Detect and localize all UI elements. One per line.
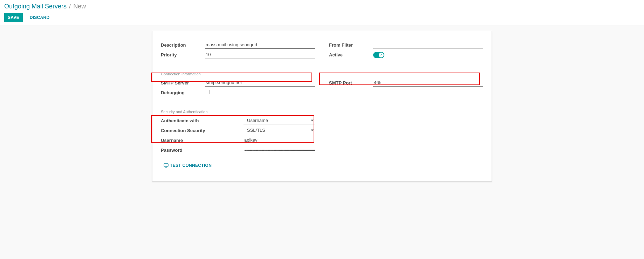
form-canvas: Description Priority From Filter Active (0, 26, 644, 186)
password-label: Password (161, 148, 244, 153)
priority-label: Priority (161, 52, 205, 57)
test-connection-button[interactable]: TEST CONNECTION (161, 162, 214, 169)
smtp-server-label: SMTP Server (161, 80, 205, 86)
debugging-checkbox[interactable] (205, 90, 210, 94)
from-filter-input[interactable] (373, 41, 483, 49)
smtp-port-input[interactable] (373, 79, 483, 87)
action-bar: SAVE DISCARD (4, 13, 640, 26)
description-input[interactable] (205, 41, 315, 49)
description-label: Description (161, 42, 205, 48)
smtp-port-label: SMTP Port (329, 80, 373, 86)
monitor-icon (164, 163, 169, 168)
smtp-server-input[interactable] (205, 79, 315, 87)
header-bar: Outgoing Mail Servers / New SAVE DISCARD (0, 0, 644, 26)
active-toggle[interactable]: ✓ (373, 52, 384, 58)
breadcrumb-current: New (73, 3, 86, 10)
breadcrumb: Outgoing Mail Servers / New (4, 3, 640, 10)
priority-input[interactable] (205, 51, 315, 59)
check-icon: ✓ (379, 53, 384, 57)
auth-with-label: Authenticate with (161, 118, 244, 123)
connection-security-label: Connection Security (161, 128, 244, 133)
from-filter-label: From Filter (329, 42, 373, 48)
section-security-authentication: Security and Authentication (161, 110, 483, 114)
debugging-label: Debugging (161, 90, 205, 95)
username-input[interactable] (244, 136, 315, 144)
active-label: Active (329, 52, 373, 57)
section-connection-information: Connection Information (161, 72, 483, 76)
auth-with-select[interactable] (244, 117, 315, 124)
save-button[interactable]: SAVE (4, 13, 23, 22)
test-connection-label: TEST CONNECTION (170, 163, 212, 168)
connection-security-select[interactable] (244, 127, 315, 134)
username-label: Username (161, 138, 244, 143)
svg-rect-0 (164, 164, 168, 166)
discard-button[interactable]: DISCARD (26, 13, 53, 22)
breadcrumb-parent[interactable]: Outgoing Mail Servers (4, 3, 67, 10)
breadcrumb-separator: / (68, 3, 71, 10)
password-input[interactable] (244, 148, 315, 153)
form-sheet: Description Priority From Filter Active (152, 31, 492, 182)
